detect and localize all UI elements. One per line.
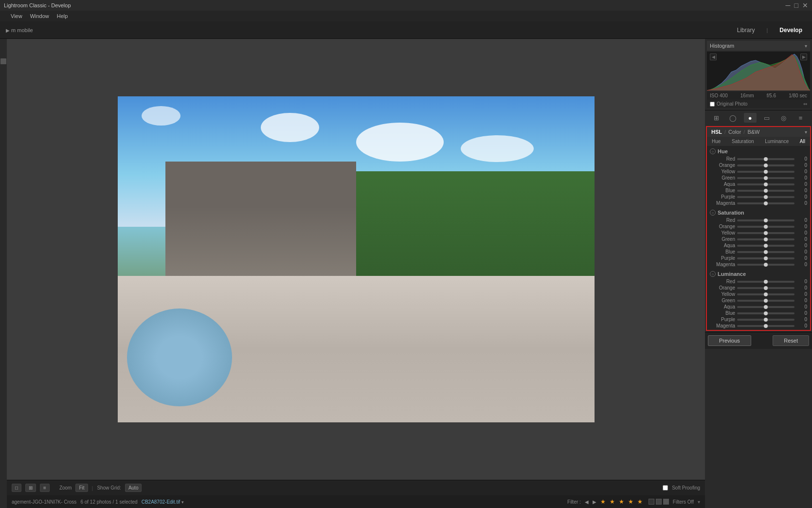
slider-track-green[interactable] <box>737 177 794 179</box>
slider-thumb-purple[interactable] <box>764 256 768 260</box>
subtab-all[interactable]: All <box>798 138 807 145</box>
titlebar-controls[interactable]: ─ □ ✕ <box>786 1 808 9</box>
clip-highlight[interactable]: ▶ <box>800 54 807 60</box>
tool-crop[interactable]: ⊞ <box>710 113 722 123</box>
slider-thumb-magenta[interactable] <box>764 201 768 205</box>
view-btn-2[interactable]: ⊞ <box>25 484 36 492</box>
sat-toggle[interactable]: ○ <box>710 210 716 216</box>
menu-help[interactable]: Help <box>57 13 68 19</box>
photo-compare-icon[interactable]: ⇔ <box>803 101 807 107</box>
slider-thumb-green[interactable] <box>764 176 768 180</box>
slider-track-yellow[interactable] <box>737 171 794 173</box>
histogram-arrow[interactable]: ▾ <box>805 43 807 49</box>
tool-radial[interactable]: ◎ <box>777 113 790 123</box>
color-label-1[interactable] <box>649 499 654 505</box>
auto-button[interactable]: Auto <box>125 484 142 492</box>
fit-button[interactable]: Fit <box>75 484 88 492</box>
tool-spot[interactable]: ◯ <box>727 113 740 123</box>
histogram-header[interactable]: Histogram ▾ <box>707 41 810 51</box>
slider-track-orange[interactable] <box>737 164 794 166</box>
slider-track-magenta[interactable] <box>737 202 794 204</box>
slider-track-green[interactable] <box>737 300 794 302</box>
slider-thumb-blue[interactable] <box>764 311 768 315</box>
slider-track-orange[interactable] <box>737 287 794 289</box>
filter-next[interactable]: ▶ <box>593 499 596 505</box>
star-4[interactable]: ★ <box>628 498 633 505</box>
maximize-icon[interactable]: □ <box>794 1 798 9</box>
slider-track-green[interactable] <box>737 238 794 240</box>
original-photo-check[interactable]: Original Photo <box>710 101 747 107</box>
menu-window[interactable]: Window <box>30 13 49 19</box>
tool-redeye[interactable]: ● <box>744 113 757 123</box>
slider-thumb-magenta[interactable] <box>764 263 768 267</box>
slider-track-blue[interactable] <box>737 190 794 192</box>
library-nav[interactable]: Library <box>733 25 759 35</box>
previous-button[interactable]: Previous <box>708 335 751 346</box>
slider-track-red[interactable] <box>737 158 794 160</box>
slider-track-blue[interactable] <box>737 312 794 314</box>
subtab-luminance[interactable]: Luminance <box>763 138 791 145</box>
hsl-panel-arrow[interactable]: ▾ <box>805 129 807 135</box>
hsl-tab-hsl[interactable]: HSL <box>710 128 723 135</box>
slider-thumb-purple[interactable] <box>764 195 768 199</box>
slider-thumb-red[interactable] <box>764 280 768 284</box>
filters-off[interactable]: Filters Off <box>673 499 694 505</box>
slider-track-magenta[interactable] <box>737 325 794 327</box>
slider-thumb-orange[interactable] <box>764 286 768 290</box>
hsl-tab-bw[interactable]: B&W <box>746 128 761 135</box>
slider-thumb-blue[interactable] <box>764 250 768 254</box>
slider-track-red[interactable] <box>737 281 794 283</box>
slider-track-blue[interactable] <box>737 251 794 253</box>
slider-thumb-red[interactable] <box>764 218 768 222</box>
slider-thumb-magenta[interactable] <box>764 324 768 328</box>
star-3[interactable]: ★ <box>619 498 624 505</box>
slider-thumb-orange[interactable] <box>764 163 768 167</box>
slider-thumb-purple[interactable] <box>764 318 768 322</box>
slider-track-red[interactable] <box>737 219 794 221</box>
filename[interactable]: CB2A8702-Edit.tif ▾ <box>142 499 184 505</box>
view-button[interactable]: □ <box>12 484 21 492</box>
slider-thumb-yellow[interactable] <box>764 170 768 174</box>
color-label-2[interactable] <box>656 499 662 505</box>
slider-thumb-yellow[interactable] <box>764 292 768 296</box>
hue-toggle[interactable]: ○ <box>710 148 716 154</box>
tool-brush[interactable]: ≡ <box>794 113 807 123</box>
slider-thumb-aqua[interactable] <box>764 244 768 248</box>
star-2[interactable]: ★ <box>610 498 615 505</box>
hsl-tab-color[interactable]: Color <box>727 128 742 135</box>
filename-dropdown[interactable]: ▾ <box>181 500 184 505</box>
clip-shadow[interactable]: ◀ <box>710 54 717 60</box>
slider-track-aqua[interactable] <box>737 306 794 308</box>
slider-track-magenta[interactable] <box>737 264 794 266</box>
filters-dropdown[interactable]: ▾ <box>698 499 700 505</box>
slider-thumb-aqua[interactable] <box>764 305 768 309</box>
soft-proofing-checkbox[interactable] <box>663 485 668 490</box>
reset-button[interactable]: Reset <box>773 335 809 346</box>
star-1[interactable]: ★ <box>600 498 606 505</box>
menu-view[interactable]: View <box>11 13 22 19</box>
original-photo-checkbox[interactable] <box>710 102 715 107</box>
tool-graduated[interactable]: ▭ <box>760 113 773 123</box>
slider-thumb-orange[interactable] <box>764 225 768 229</box>
slider-track-purple[interactable] <box>737 196 794 198</box>
develop-nav[interactable]: Develop <box>776 25 806 35</box>
lum-toggle[interactable]: ○ <box>710 271 716 277</box>
filter-prev[interactable]: ◀ <box>585 499 589 505</box>
slider-track-orange[interactable] <box>737 226 794 228</box>
slider-track-purple[interactable] <box>737 257 794 259</box>
color-label-3[interactable] <box>663 499 669 505</box>
slider-thumb-red[interactable] <box>764 157 768 161</box>
slider-thumb-blue[interactable] <box>764 189 768 193</box>
subtab-hue[interactable]: Hue <box>710 138 722 145</box>
slider-thumb-aqua[interactable] <box>764 182 768 186</box>
view-btn-3[interactable]: ≡ <box>40 484 50 492</box>
left-panel-add[interactable] <box>0 58 6 64</box>
slider-track-purple[interactable] <box>737 319 794 321</box>
star-5[interactable]: ★ <box>637 498 643 505</box>
subtab-saturation[interactable]: Saturation <box>730 138 756 145</box>
minimize-icon[interactable]: ─ <box>786 1 791 9</box>
slider-thumb-yellow[interactable] <box>764 231 768 235</box>
slider-thumb-green[interactable] <box>764 299 768 303</box>
slider-track-yellow[interactable] <box>737 293 794 295</box>
close-icon[interactable]: ✕ <box>802 1 808 9</box>
